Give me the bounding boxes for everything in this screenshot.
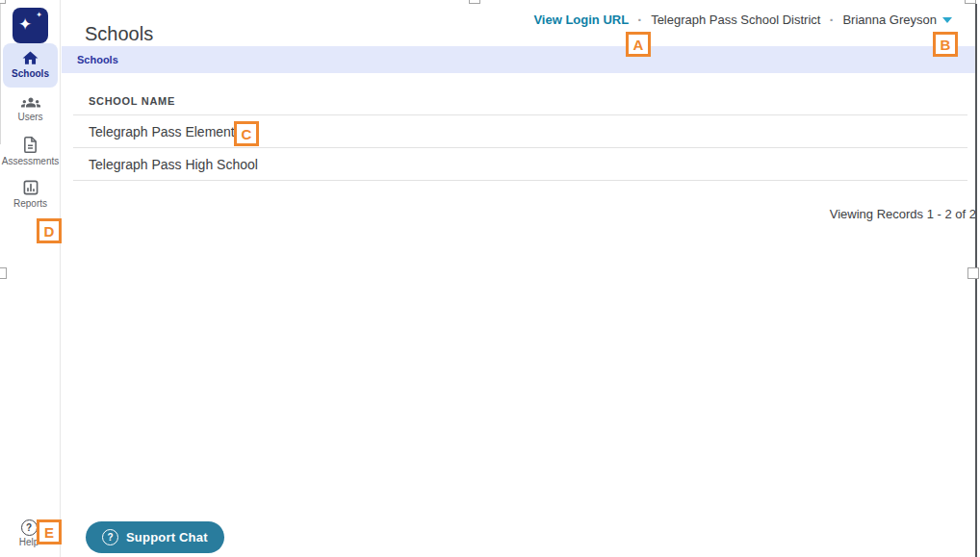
sparkles-icon: ✦ (18, 16, 32, 33)
separator-dot: · (829, 13, 834, 27)
user-name: Brianna Greyson (842, 13, 937, 27)
support-chat-label: Support Chat (126, 530, 208, 544)
sidebar-item-label: Reports (0, 198, 61, 209)
resize-handle (967, 267, 979, 279)
view-login-url-link[interactable]: View Login URL (533, 13, 629, 27)
column-header-school-name: SCHOOL NAME (89, 95, 175, 107)
resize-handle (0, 267, 7, 279)
header-links: View Login URL · Telegraph Pass School D… (533, 13, 952, 27)
window-edge-artifact (0, 0, 1, 144)
breadcrumb-bar: Schools (62, 46, 975, 73)
help-icon: ? (21, 519, 38, 536)
sidebar-item-label: Schools (3, 68, 58, 79)
sidebar-item-label: Assessments (0, 156, 61, 166)
sidebar-item-label: Users (0, 112, 61, 122)
sidebar-item-schools[interactable]: Schools (3, 43, 58, 88)
table-divider (73, 180, 967, 181)
sidebar-item-reports[interactable]: Reports (0, 179, 61, 209)
app-logo[interactable]: ✦ ✦ (13, 8, 48, 43)
table-row[interactable]: Telegraph Pass Elementary (89, 124, 253, 139)
resize-handle (469, 0, 480, 4)
annotation-box-e: E (37, 519, 62, 544)
home-icon (21, 49, 39, 67)
sidebar-item-assessments[interactable]: Assessments (0, 136, 61, 166)
users-icon (21, 95, 40, 110)
district-name: Telegraph Pass School District (651, 13, 820, 27)
resize-handle (0, 0, 6, 4)
chevron-down-icon (942, 17, 952, 23)
table-divider (73, 114, 967, 115)
window-edge-artifact (975, 4, 977, 557)
separator-dot: · (637, 13, 642, 27)
assessments-icon (22, 136, 39, 154)
table-divider (73, 147, 967, 148)
support-chat-button[interactable]: ? Support Chat (86, 521, 224, 553)
records-summary: Viewing Records 1 - 2 of 2 (830, 207, 976, 221)
annotation-box-a: A (626, 32, 651, 57)
annotation-box-d: D (37, 218, 62, 243)
sidebar-item-users[interactable]: Users (0, 95, 61, 122)
resize-handle (965, 0, 976, 4)
app-window: ✦ ✦ Schools Users Assessments (0, 0, 980, 557)
table-row[interactable]: Telegraph Pass High School (89, 157, 258, 172)
user-menu[interactable]: Brianna Greyson (842, 13, 952, 27)
annotation-box-b: B (933, 32, 958, 57)
page-title: Schools (85, 23, 153, 45)
reports-icon (22, 179, 39, 196)
sparkle-small-icon: ✦ (36, 12, 42, 19)
sidebar: ✦ ✦ Schools Users Assessments (0, 0, 61, 557)
annotation-box-c: C (234, 121, 259, 146)
breadcrumb[interactable]: Schools (77, 54, 118, 65)
question-circle-icon: ? (102, 529, 118, 545)
